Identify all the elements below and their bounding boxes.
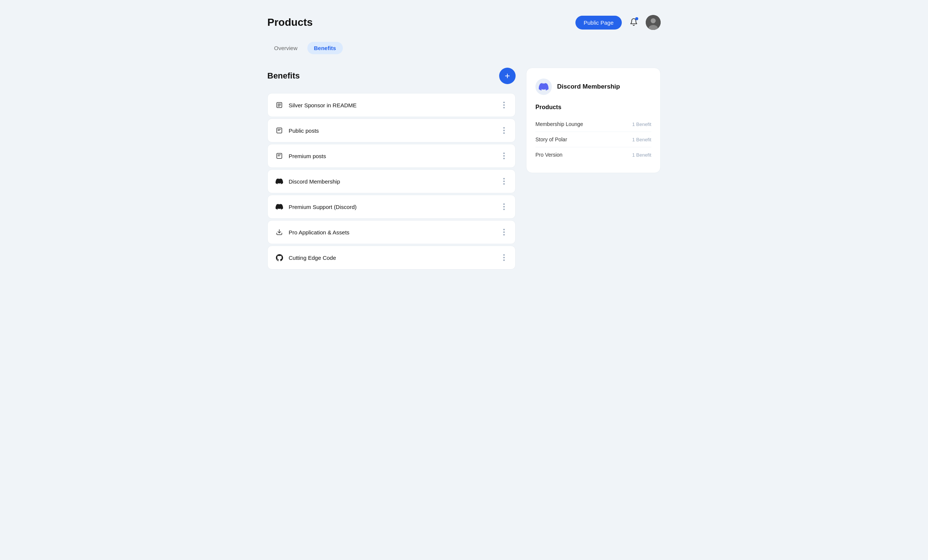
benefit-name: Premium posts	[288, 153, 326, 159]
page-header: Products Public Page	[267, 15, 661, 30]
benefit-menu-button[interactable]	[500, 151, 508, 161]
product-row-story-of-polar: Story of Polar 1 Benefit	[536, 132, 651, 147]
product-row-membership-lounge: Membership Lounge 1 Benefit	[536, 117, 651, 132]
discord-icon	[275, 178, 284, 185]
benefit-menu-button[interactable]	[500, 100, 508, 110]
benefit-item-premium-posts: Premium posts	[267, 144, 516, 168]
notification-dot	[635, 17, 638, 20]
benefit-item-silver-sponsor: Silver Sponsor in README	[267, 93, 516, 117]
benefit-item-cutting-edge: Cutting Edge Code	[267, 246, 516, 270]
main-content: Benefits + S	[267, 68, 661, 270]
benefits-list: Silver Sponsor in README	[267, 93, 516, 270]
benefit-name: Discord Membership	[288, 178, 340, 185]
tab-overview[interactable]: Overview	[267, 42, 304, 54]
benefit-item-pro-assets: Pro Application & Assets	[267, 220, 516, 244]
product-benefit: 1 Benefit	[632, 152, 651, 158]
products-list: Membership Lounge 1 Benefit Story of Pol…	[536, 117, 651, 162]
tab-benefits[interactable]: Benefits	[307, 42, 343, 54]
product-name: Membership Lounge	[536, 121, 583, 127]
benefits-section: Benefits + S	[267, 68, 516, 270]
benefit-name: Silver Sponsor in README	[288, 102, 357, 108]
page-title: Products	[267, 17, 313, 28]
discord-panel-header: Discord Membership	[536, 78, 651, 95]
benefit-menu-button[interactable]	[500, 227, 508, 237]
discord-icon	[275, 203, 284, 211]
public-page-button[interactable]: Public Page	[575, 16, 622, 29]
header-actions: Public Page	[575, 15, 661, 30]
file-text-icon	[275, 102, 284, 108]
benefit-name: Premium Support (Discord)	[288, 204, 357, 210]
discord-panel-title: Discord Membership	[557, 83, 620, 90]
benefit-menu-button[interactable]	[500, 126, 508, 135]
panel-products-title: Products	[536, 104, 651, 111]
benefit-menu-button[interactable]	[500, 177, 508, 186]
add-benefit-button[interactable]: +	[499, 68, 516, 84]
benefit-name: Cutting Edge Code	[288, 255, 336, 261]
discord-panel: Discord Membership Products Membership L…	[526, 68, 661, 173]
tabs-bar: Overview Benefits	[267, 42, 661, 54]
benefit-item-premium-support: Premium Support (Discord)	[267, 195, 516, 219]
benefits-title: Benefits	[267, 71, 300, 81]
benefit-item-discord-membership: Discord Membership	[267, 169, 516, 193]
user-avatar[interactable]	[646, 15, 661, 30]
discord-avatar	[536, 78, 552, 95]
article-icon	[275, 153, 284, 159]
benefit-menu-button[interactable]	[500, 202, 508, 212]
benefit-name: Pro Application & Assets	[288, 229, 350, 235]
svg-point-1	[650, 18, 655, 23]
product-name: Story of Polar	[536, 136, 567, 142]
product-benefit: 1 Benefit	[632, 137, 651, 142]
product-row-pro-version: Pro Version 1 Benefit	[536, 147, 651, 162]
benefits-header: Benefits +	[267, 68, 516, 84]
benefit-item-public-posts: Public posts	[267, 119, 516, 142]
benefit-menu-button[interactable]	[500, 253, 508, 262]
product-name: Pro Version	[536, 152, 562, 158]
product-benefit: 1 Benefit	[632, 122, 651, 127]
github-icon	[275, 254, 284, 261]
article-icon	[275, 127, 284, 134]
download-icon	[275, 229, 284, 235]
notification-button[interactable]	[626, 15, 641, 30]
benefit-name: Public posts	[288, 127, 319, 134]
